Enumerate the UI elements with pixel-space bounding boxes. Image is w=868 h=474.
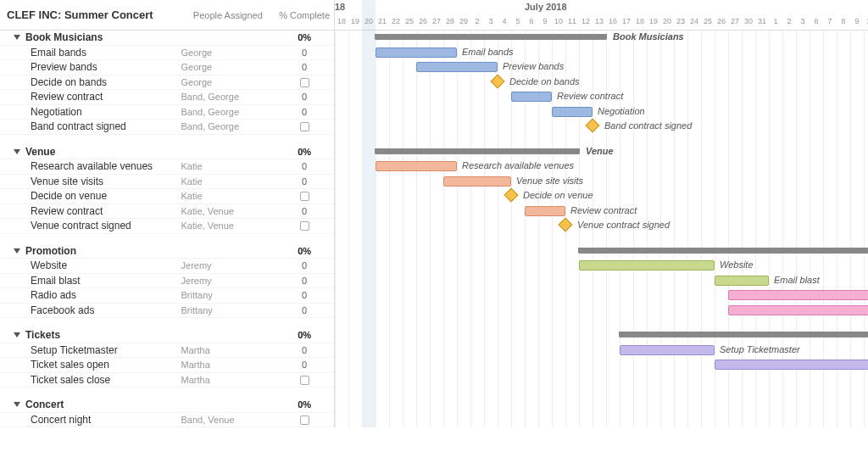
people-cell[interactable]: Band, George (178, 92, 275, 102)
pct-cell[interactable]: 0 (275, 206, 334, 216)
people-cell[interactable]: George (178, 77, 275, 87)
people-cell[interactable]: Katie (178, 191, 275, 201)
pct-cell[interactable]: 0 (275, 305, 334, 315)
pct-cell[interactable]: 0 (275, 176, 334, 187)
pct-cell[interactable]: 0 (275, 92, 334, 102)
milestone-icon[interactable] (559, 218, 573, 232)
task-row[interactable]: Ticket sales openMartha0 (0, 358, 334, 373)
pct-cell[interactable] (275, 415, 334, 425)
task-row[interactable]: Decide on venueKatie (0, 189, 334, 204)
milestone-icon[interactable] (504, 188, 519, 203)
group-row[interactable]: Tickets0% (0, 328, 334, 343)
task-bar[interactable] (376, 161, 457, 171)
disclosure-triangle-icon[interactable] (14, 402, 20, 407)
pct-cell[interactable]: 0 (275, 107, 334, 117)
people-cell[interactable]: Band, George (178, 107, 275, 117)
task-row[interactable]: Email blastJeremy0 (0, 274, 334, 289)
milestone-icon[interactable] (491, 74, 505, 88)
task-row[interactable]: Review contractBand, George0 (0, 90, 334, 105)
people-cell[interactable]: Band, Venue (178, 415, 275, 425)
task-bar[interactable] (443, 176, 511, 187)
people-cell[interactable]: Jeremy (178, 260, 275, 270)
people-cell[interactable]: Brittany (178, 290, 275, 300)
pct-cell[interactable]: 0 (275, 345, 334, 355)
task-bar[interactable] (728, 290, 868, 300)
checkbox-icon[interactable] (300, 192, 309, 201)
pct-cell[interactable] (275, 191, 334, 201)
pct-cell[interactable]: 0 (275, 276, 334, 286)
task-row[interactable]: NegotiationBand, George0 (0, 105, 334, 120)
task-row[interactable]: Setup TicketmasterMartha0 (0, 343, 334, 359)
checkbox-icon[interactable] (300, 122, 309, 131)
people-cell[interactable]: Katie (178, 161, 275, 171)
task-row[interactable]: Research available venuesKatie0 (0, 159, 334, 175)
task-bar[interactable] (579, 260, 715, 270)
task-row[interactable]: Concert nightBand, Venue (0, 413, 334, 428)
task-row[interactable]: WebsiteJeremy0 (0, 259, 334, 274)
group-row[interactable]: Book Musicians0% (0, 31, 334, 46)
task-row[interactable]: Ticket sales closeMartha (0, 373, 334, 388)
people-cell[interactable]: Martha (178, 360, 275, 370)
pct-cell[interactable]: 0 (275, 62, 334, 72)
pct-cell[interactable] (275, 77, 334, 87)
disclosure-triangle-icon[interactable] (14, 248, 20, 254)
task-bar[interactable] (728, 305, 868, 315)
task-row[interactable]: Email bandsGeorge0 (0, 46, 334, 61)
disclosure-triangle-icon[interactable] (14, 149, 20, 154)
task-row[interactable]: Radio adsBrittany0 (0, 288, 334, 304)
task-row[interactable]: Venue site visitsKatie0 (0, 175, 334, 190)
group-row[interactable]: Concert0% (0, 398, 334, 413)
task-bar[interactable] (376, 47, 457, 58)
people-cell[interactable]: Martha (178, 345, 275, 355)
checkbox-icon[interactable] (300, 78, 309, 87)
people-cell[interactable]: George (178, 47, 275, 58)
pct-cell[interactable]: 0% (275, 399, 334, 410)
people-cell[interactable]: Jeremy (178, 276, 275, 286)
pct-cell[interactable]: 0 (275, 260, 334, 270)
col-pct-header[interactable]: % Complete (275, 10, 334, 20)
task-bar[interactable] (715, 360, 868, 370)
people-cell[interactable]: Katie (178, 176, 275, 187)
task-bar[interactable] (715, 276, 769, 286)
milestone-icon[interactable] (586, 119, 600, 133)
task-row[interactable]: Venue contract signedKatie, Venue (0, 219, 334, 234)
task-row[interactable]: Band contract signedBand, George (0, 120, 334, 135)
people-cell[interactable]: Martha (178, 375, 275, 385)
task-bar[interactable] (525, 206, 565, 216)
people-cell[interactable]: Band, George (178, 121, 275, 131)
pct-cell[interactable]: 0% (275, 32, 334, 42)
disclosure-triangle-icon[interactable] (14, 35, 20, 40)
task-row[interactable]: Facebook adsBrittany0 (0, 304, 334, 319)
task-bar[interactable] (552, 107, 593, 117)
people-cell[interactable]: Brittany (178, 305, 275, 315)
group-row[interactable]: Venue0% (0, 145, 334, 160)
people-cell[interactable]: Katie, Venue (178, 206, 275, 216)
checkbox-icon[interactable] (300, 221, 309, 231)
pct-cell[interactable]: 0% (275, 246, 334, 256)
task-row[interactable]: Preview bandsGeorge0 (0, 60, 334, 75)
people-cell[interactable]: Katie, Venue (178, 220, 275, 231)
pct-cell[interactable]: 0 (275, 47, 334, 58)
pct-cell[interactable]: 0% (275, 147, 334, 157)
pct-cell[interactable]: 0% (275, 330, 334, 340)
people-cell[interactable]: George (178, 62, 275, 72)
pct-cell[interactable]: 0 (275, 290, 334, 300)
pct-cell[interactable]: 0 (275, 161, 334, 171)
timeline-panel[interactable]: 18July 2018August 2018 18192021222526272… (335, 0, 868, 427)
col-people-header[interactable]: People Assigned (177, 10, 275, 20)
task-row[interactable]: Decide on bandsGeorge (0, 75, 334, 91)
pct-cell[interactable]: 0 (275, 360, 334, 370)
summary-bar[interactable] (579, 248, 868, 254)
pct-cell[interactable] (275, 220, 334, 231)
task-bar[interactable] (416, 62, 498, 72)
pct-cell[interactable] (275, 375, 334, 385)
summary-bar[interactable] (376, 148, 579, 154)
task-row[interactable]: Review contractKatie, Venue0 (0, 204, 334, 220)
task-bar[interactable] (511, 92, 552, 102)
checkbox-icon[interactable] (300, 415, 309, 425)
task-bar[interactable] (620, 345, 715, 355)
checkbox-icon[interactable] (300, 376, 309, 385)
summary-bar[interactable] (620, 332, 868, 337)
disclosure-triangle-icon[interactable] (14, 332, 20, 337)
pct-cell[interactable] (275, 121, 334, 131)
